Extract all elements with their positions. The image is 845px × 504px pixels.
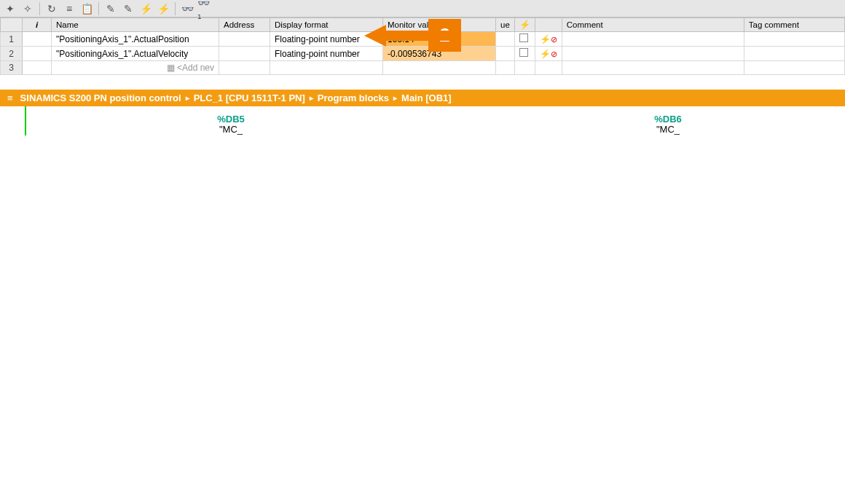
db-name: "MC_ MOVERELATIVE_ DB" bbox=[140, 125, 322, 135]
bc-item[interactable]: Main [OB1] bbox=[401, 92, 452, 103]
col-name: Name bbox=[52, 18, 219, 32]
checkbox[interactable] bbox=[519, 34, 528, 42]
col-address: Address bbox=[219, 18, 270, 32]
tool-icon[interactable]: ⚡ bbox=[138, 2, 153, 15]
tool-icon[interactable]: ⚡ bbox=[156, 2, 170, 15]
watch-addnew[interactable]: ▦ <Add nev bbox=[52, 61, 219, 75]
bc-item[interactable]: Program blocks bbox=[318, 92, 389, 103]
col-comment: Comment bbox=[562, 18, 744, 32]
watch-row-add[interactable]: 3 ▦ <Add nev bbox=[1, 61, 845, 75]
tool-icon[interactable]: 📋 bbox=[79, 2, 94, 15]
callout-2-arrow bbox=[364, 17, 466, 54]
watch-toolbar: ✦ ✧ ↻ ≡ 📋 ✎ ✎ ⚡ ⚡ 👓 👓₁ bbox=[0, 0, 845, 17]
svg-marker-0 bbox=[364, 25, 452, 47]
db-id: %DB5 bbox=[140, 114, 322, 125]
watch-name: "PositioningAxis_1".ActualVelocity bbox=[52, 47, 219, 61]
watch-name: "PositioningAxis_1".ActualPosition bbox=[52, 32, 219, 47]
db-id: %DB6 bbox=[577, 114, 759, 125]
breadcrumb: ≡ SINAMICS S200 PN position control ▸ PL… bbox=[0, 90, 845, 106]
program-area: %DB5 "MC_ MOVERELATIVE_ DB" MC_MOVERELAT… bbox=[0, 106, 845, 135]
tool-icon[interactable]: ✎ bbox=[121, 2, 135, 15]
tool-icon[interactable]: ✦ bbox=[3, 2, 17, 15]
db-name: "MC_ MOVEABSOLUTE_ DB" bbox=[577, 125, 759, 135]
tool-icon[interactable]: ✎ bbox=[103, 2, 118, 15]
glasses-icon[interactable]: 👓 bbox=[180, 2, 194, 15]
tool-icon[interactable]: ✧ bbox=[20, 2, 35, 15]
bc-item[interactable]: SINAMICS S200 PN position control bbox=[20, 92, 181, 103]
checkbox[interactable] bbox=[519, 48, 528, 57]
bc-item[interactable]: PLC_1 [CPU 1511T-1 PN] bbox=[194, 92, 305, 103]
tool-icon[interactable]: ↻ bbox=[44, 2, 59, 15]
glasses-icon[interactable]: 👓₁ bbox=[197, 2, 212, 15]
col-tagcomment: Tag comment bbox=[744, 18, 844, 32]
col: ue bbox=[496, 18, 515, 32]
tool-icon[interactable]: ≡ bbox=[62, 2, 76, 15]
